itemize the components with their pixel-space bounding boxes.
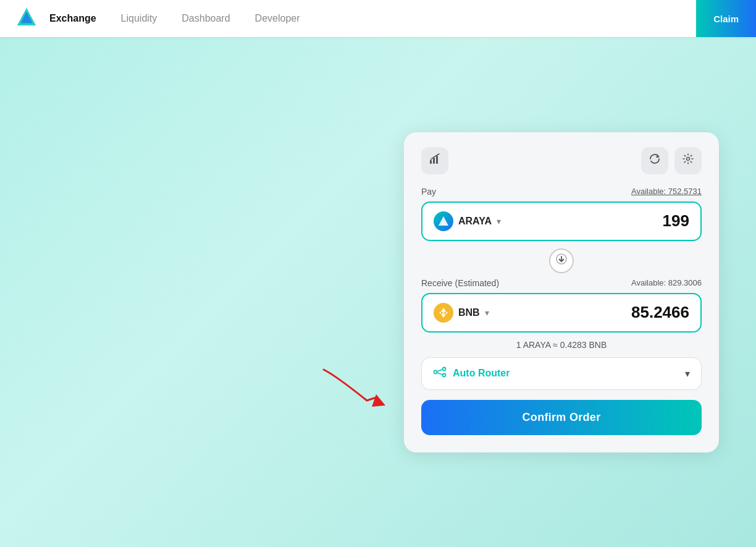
pay-label: Pay <box>421 187 436 197</box>
receive-label: Receive (Estimated) <box>421 278 499 288</box>
nav-liquidity[interactable]: Liquidity <box>121 13 158 24</box>
nav-links: Exchange Liquidity Dashboard Developer <box>49 13 741 24</box>
receive-chevron-icon: ▾ <box>485 308 489 318</box>
claim-button[interactable]: Claim <box>696 0 756 37</box>
refresh-icon <box>649 153 661 168</box>
swap-arrow-container <box>421 248 702 273</box>
chart-icon <box>429 153 441 168</box>
gear-icon <box>682 153 694 168</box>
receive-label-row: Receive (Estimated) Available: 829.3006 <box>421 278 702 288</box>
svg-marker-10 <box>439 312 441 314</box>
red-arrow-decoration <box>317 363 410 415</box>
svg-marker-19 <box>372 394 385 407</box>
pay-token-selector[interactable]: ARAYA ▾ <box>434 211 501 231</box>
auto-router-label: Auto Router <box>453 368 510 379</box>
svg-line-17 <box>437 369 443 371</box>
pay-chevron-icon: ▾ <box>497 216 501 226</box>
svg-line-18 <box>437 373 443 375</box>
receive-token-box: BNB ▾ 85.2466 <box>421 293 702 333</box>
svg-marker-6 <box>439 216 448 226</box>
pay-token-name: ARAYA <box>458 216 492 227</box>
header-right-icons <box>641 147 702 174</box>
chart-button[interactable] <box>421 147 448 174</box>
router-chevron-icon: ▾ <box>685 368 690 380</box>
receive-available: Available: 829.3006 <box>631 278 702 287</box>
nav-developer[interactable]: Developer <box>255 13 300 24</box>
svg-rect-2 <box>430 160 432 164</box>
nav-exchange[interactable]: Exchange <box>49 13 96 24</box>
main-content: Pay Available: 752.5731 ARAYA ▾ 199 <box>0 37 756 547</box>
card-header <box>421 147 702 174</box>
svg-marker-11 <box>446 312 448 314</box>
auto-router-box[interactable]: Auto Router ▾ <box>421 357 702 390</box>
router-icon <box>433 367 447 381</box>
pay-label-row: Pay Available: 752.5731 <box>421 187 702 197</box>
bnb-icon <box>434 303 453 323</box>
svg-point-14 <box>434 370 437 373</box>
settings-button[interactable] <box>674 147 702 174</box>
pay-token-box: ARAYA ▾ 199 <box>421 201 702 241</box>
swap-direction-button[interactable] <box>549 248 574 273</box>
refresh-button[interactable] <box>641 147 668 174</box>
nav-dashboard[interactable]: Dashboard <box>182 13 230 24</box>
receive-amount: 85.2466 <box>631 303 689 322</box>
swap-card: Pay Available: 752.5731 ARAYA ▾ 199 <box>404 132 719 452</box>
svg-point-16 <box>443 373 446 376</box>
logo <box>15 6 49 32</box>
svg-point-15 <box>443 367 446 370</box>
svg-point-5 <box>687 158 690 161</box>
auto-router-left: Auto Router <box>433 367 510 381</box>
confirm-order-button[interactable]: Confirm Order <box>421 400 702 435</box>
receive-token-name: BNB <box>458 307 480 318</box>
araya-icon <box>434 211 453 231</box>
down-arrow-icon <box>556 253 567 268</box>
svg-rect-3 <box>433 158 435 164</box>
exchange-rate: 1 ARAYA ≈ 0.4283 BNB <box>421 340 702 350</box>
navbar: Exchange Liquidity Dashboard Developer C… <box>0 0 756 37</box>
receive-token-selector[interactable]: BNB ▾ <box>434 303 489 323</box>
svg-rect-4 <box>436 156 438 164</box>
pay-available[interactable]: Available: 752.5731 <box>631 187 702 196</box>
pay-amount[interactable]: 199 <box>663 211 689 231</box>
